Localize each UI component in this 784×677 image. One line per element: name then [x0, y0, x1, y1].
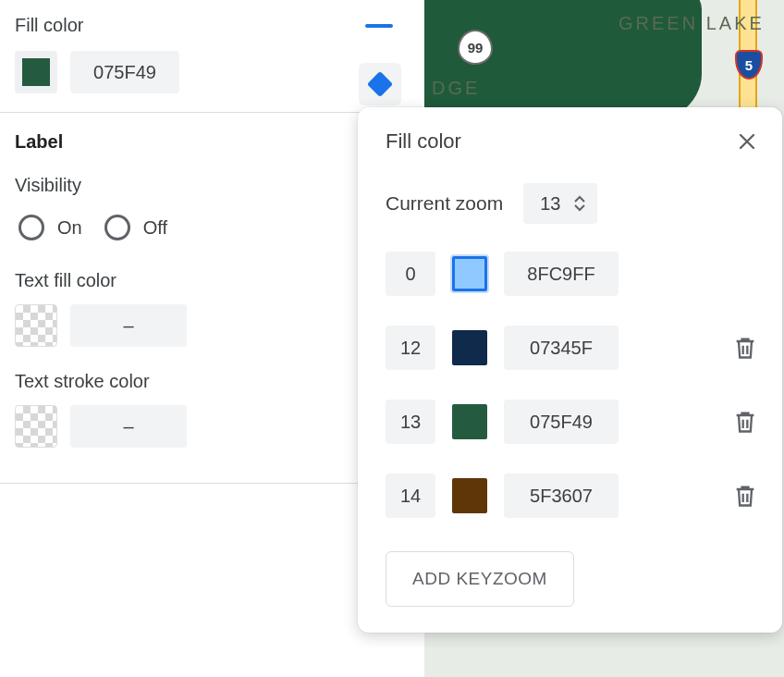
- text-stroke-color-swatch[interactable]: [15, 405, 57, 448]
- trash-icon[interactable]: [732, 409, 758, 435]
- visibility-on-option[interactable]: On: [18, 215, 82, 240]
- keyzoom-toggle-button[interactable]: [359, 63, 401, 105]
- collapse-icon[interactable]: [365, 24, 393, 28]
- keyzoom-row: 145F3607: [386, 474, 758, 518]
- keyzoom-row: 1207345F: [386, 326, 758, 370]
- fill-color-section-header[interactable]: Fill color: [0, 0, 424, 45]
- visibility-off-label: Off: [143, 217, 167, 239]
- keyzoom-zoom-input[interactable]: 0: [386, 252, 435, 296]
- keyzoom-hex-input[interactable]: 8FC9FF: [504, 252, 619, 296]
- add-keyzoom-button[interactable]: ADD KEYZOOM: [386, 551, 574, 607]
- radio-icon: [104, 215, 130, 240]
- keyzoom-row: 08FC9FF: [386, 252, 758, 296]
- keyzoom-row: 13075F49: [386, 400, 758, 444]
- chevron-down-icon: [573, 203, 586, 213]
- fill-color-hex-input[interactable]: 075F49: [70, 51, 179, 93]
- current-zoom-row: Current zoom 13: [386, 183, 758, 224]
- radio-icon: [18, 215, 44, 240]
- visibility-on-label: On: [57, 217, 82, 239]
- trash-icon[interactable]: [732, 483, 758, 509]
- text-fill-color-swatch[interactable]: [15, 304, 57, 347]
- keyzoom-hex-input[interactable]: 5F3607: [504, 474, 619, 518]
- current-zoom-label: Current zoom: [386, 192, 503, 215]
- trash-icon[interactable]: [732, 335, 758, 361]
- diamond-icon: [367, 71, 393, 97]
- keyzoom-color-swatch[interactable]: [452, 330, 487, 365]
- current-zoom-value: 13: [540, 193, 560, 215]
- fill-color-title: Fill color: [15, 15, 83, 36]
- popover-header: Fill color: [386, 129, 758, 154]
- visibility-off-option[interactable]: Off: [104, 215, 167, 240]
- keyzoom-zoom-input[interactable]: 12: [386, 326, 435, 370]
- text-fill-color-input[interactable]: –: [70, 304, 187, 347]
- stepper-arrows[interactable]: [573, 194, 586, 213]
- keyzoom-zoom-input[interactable]: 14: [386, 474, 435, 518]
- popover-title: Fill color: [386, 129, 461, 154]
- current-zoom-stepper[interactable]: 13: [523, 183, 597, 224]
- fill-color-popover: Fill color Current zoom 13 08FC9FF120734…: [358, 107, 782, 633]
- chevron-up-icon: [573, 194, 586, 203]
- fill-color-swatch-inner: [22, 58, 50, 86]
- keyzoom-color-swatch[interactable]: [452, 478, 487, 513]
- close-icon[interactable]: [736, 130, 758, 153]
- keyzoom-zoom-input[interactable]: 13: [386, 400, 435, 444]
- map-place-label: GREEN LAKE: [619, 13, 765, 34]
- keyzoom-hex-input[interactable]: 075F49: [504, 400, 619, 444]
- keyzoom-list: 08FC9FF1207345F13075F49145F3607: [386, 252, 758, 518]
- text-stroke-color-input[interactable]: –: [70, 405, 187, 448]
- fill-color-swatch[interactable]: [15, 51, 57, 93]
- highway-shield-99: 99: [458, 30, 493, 65]
- map-truncated-label: DGE: [432, 78, 480, 99]
- keyzoom-color-swatch[interactable]: [452, 256, 487, 291]
- keyzoom-color-swatch[interactable]: [452, 404, 487, 439]
- keyzoom-hex-input[interactable]: 07345F: [504, 326, 619, 370]
